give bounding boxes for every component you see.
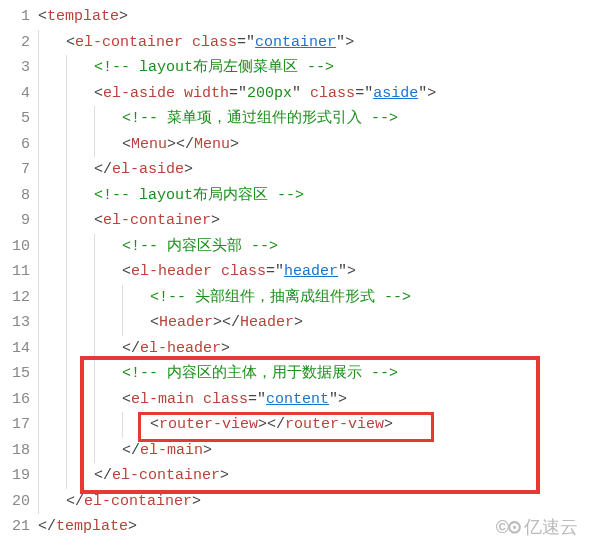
code-line: <el-header class="header"> (38, 259, 590, 285)
code-line: <Header></Header> (38, 310, 590, 336)
code-line: <router-view></router-view> (38, 412, 590, 438)
watermark-text: 亿速云 (524, 515, 578, 539)
line-number: 7 (0, 157, 30, 183)
line-number: 11 (0, 259, 30, 285)
code-line: <!-- 头部组件，抽离成组件形式 --> (38, 285, 590, 311)
code-line: </el-container> (38, 463, 590, 489)
line-number: 9 (0, 208, 30, 234)
code-line: </el-aside> (38, 157, 590, 183)
code-line: <el-container class="container"> (38, 30, 590, 56)
code-line: <Menu></Menu> (38, 132, 590, 158)
code-line: <template> (38, 4, 590, 30)
code-line: <!-- layout布局左侧菜单区 --> (38, 55, 590, 81)
code-line: <el-aside width="200px" class="aside"> (38, 81, 590, 107)
line-number: 13 (0, 310, 30, 336)
line-number: 14 (0, 336, 30, 362)
line-number: 5 (0, 106, 30, 132)
watermark-icon: ©⊙ (496, 516, 520, 538)
code-line: <!-- 内容区的主体，用于数据展示 --> (38, 361, 590, 387)
code-line: </el-main> (38, 438, 590, 464)
line-number: 4 (0, 81, 30, 107)
line-number: 15 (0, 361, 30, 387)
line-number: 17 (0, 412, 30, 438)
line-number: 20 (0, 489, 30, 515)
code-line: <el-container> (38, 208, 590, 234)
line-number-gutter: 1 2 3 4 5 6 7 8 9 10 11 12 13 14 15 16 1… (0, 0, 38, 549)
code-editor: 1 2 3 4 5 6 7 8 9 10 11 12 13 14 15 16 1… (0, 0, 590, 549)
line-number: 2 (0, 30, 30, 56)
code-line: <!-- 菜单项，通过组件的形式引入 --> (38, 106, 590, 132)
line-number: 21 (0, 514, 30, 540)
line-number: 10 (0, 234, 30, 260)
watermark: ©⊙ 亿速云 (496, 515, 578, 539)
line-number: 18 (0, 438, 30, 464)
line-number: 3 (0, 55, 30, 81)
line-number: 19 (0, 463, 30, 489)
code-line: </el-header> (38, 336, 590, 362)
code-line: <el-main class="content"> (38, 387, 590, 413)
line-number: 1 (0, 4, 30, 30)
code-area[interactable]: <template> <el-container class="containe… (38, 0, 590, 549)
code-line: </el-container> (38, 489, 590, 515)
line-number: 6 (0, 132, 30, 158)
line-number: 8 (0, 183, 30, 209)
code-line: <!-- 内容区头部 --> (38, 234, 590, 260)
line-number: 12 (0, 285, 30, 311)
line-number: 16 (0, 387, 30, 413)
code-line: <!-- layout布局内容区 --> (38, 183, 590, 209)
